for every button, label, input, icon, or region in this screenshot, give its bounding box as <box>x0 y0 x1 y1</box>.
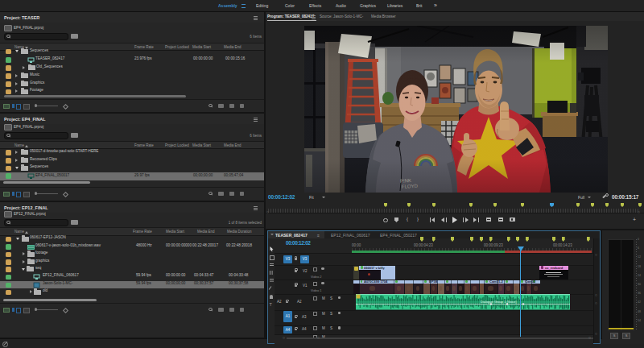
svg-text:Dialogue Group 1 (Voice): Dialogue Group 1 (Voice) <box>481 300 518 304</box>
